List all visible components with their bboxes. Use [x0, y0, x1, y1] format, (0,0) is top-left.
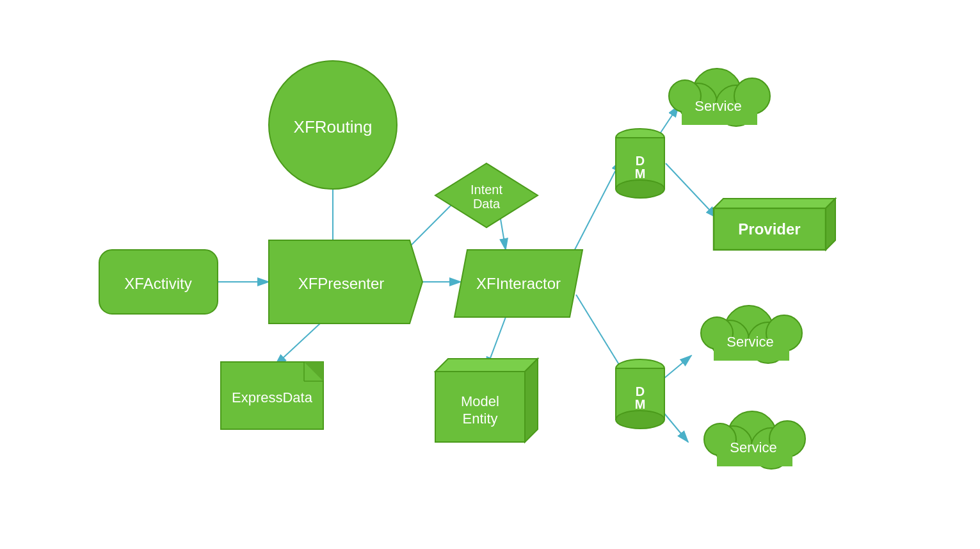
provider-top	[714, 199, 835, 208]
modelentity-top	[435, 359, 538, 372]
provider-right	[826, 199, 835, 250]
xfactivity-label: XFActivity	[124, 275, 191, 292]
modelentity-label: Model	[461, 393, 499, 409]
dm2-bottom	[616, 411, 664, 429]
xfinteractor-label: XFInteractor	[476, 275, 561, 292]
modelentity-right	[525, 359, 538, 442]
dm1-label2: M	[635, 167, 646, 181]
intentdata-label2: Data	[473, 197, 501, 211]
modelentity-label2: Entity	[462, 411, 497, 427]
service2-label: Service	[727, 334, 773, 350]
intentdata-label: Intent	[470, 183, 502, 197]
service2-cloud[interactable]: Service	[701, 306, 802, 363]
xfpresenter-label: XFPresenter	[298, 275, 385, 292]
service1-label: Service	[695, 98, 741, 114]
provider-label: Provider	[738, 220, 800, 238]
arrow-presenter-expressdata	[275, 324, 320, 365]
dm2-label2: M	[635, 397, 646, 411]
dm1-bottom	[616, 180, 664, 198]
dm1-label: D	[636, 154, 645, 168]
arrow-dm1-provider	[666, 163, 717, 218]
service1-cloud[interactable]: Service	[669, 69, 770, 126]
xfrouting-label: XFRouting	[294, 117, 373, 136]
diagram-canvas: XFRouting XFActivity XFPresenter XFInter…	[0, 0, 980, 549]
service3-cloud[interactable]: Service	[704, 411, 805, 469]
service3-label: Service	[730, 439, 776, 455]
dm2-label: D	[636, 384, 645, 398]
arrow-interactor-dm1	[570, 160, 621, 259]
expressdata-label: ExpressData	[232, 389, 313, 406]
